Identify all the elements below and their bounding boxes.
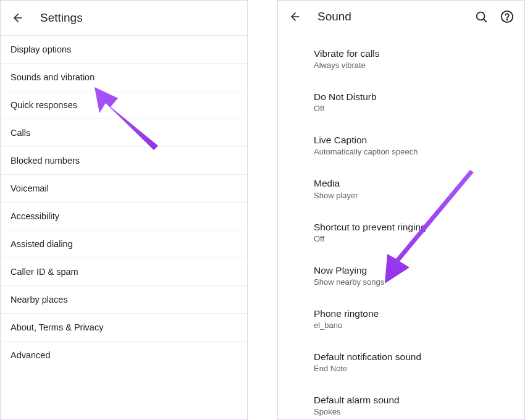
list-item-assisted-dialing[interactable]: Assisted dialing bbox=[1, 230, 247, 258]
list-item-label: Sounds and vibration bbox=[10, 72, 237, 82]
sound-item-subtitle: Automatically caption speech bbox=[314, 147, 514, 156]
sound-item-subtitle: Off bbox=[314, 234, 514, 243]
list-item-label: Assisted dialing bbox=[10, 239, 237, 249]
sound-item-subtitle: Off bbox=[314, 104, 514, 113]
page-title: Sound bbox=[317, 10, 351, 23]
list-item-label: Calls bbox=[10, 128, 237, 138]
sound-item-title: Do Not Disturb bbox=[314, 91, 514, 103]
sound-item-subtitle: End Note bbox=[314, 364, 514, 373]
sound-item-default-alarm[interactable]: Default alarm sound Spokes bbox=[278, 388, 524, 420]
sound-header: Sound bbox=[278, 1, 524, 33]
sound-item-subtitle: el_bano bbox=[314, 321, 514, 330]
sound-list: Vibrate for calls Always vibrate Do Not … bbox=[278, 33, 524, 420]
help-icon bbox=[500, 10, 514, 23]
svg-line-3 bbox=[484, 19, 487, 22]
search-button[interactable] bbox=[474, 9, 489, 24]
sound-item-vibrate-for-calls[interactable]: Vibrate for calls Always vibrate bbox=[278, 41, 524, 76]
list-item-accessibility[interactable]: Accessibility bbox=[1, 203, 247, 230]
sound-item-title: Live Caption bbox=[314, 134, 514, 146]
list-item-calls[interactable]: Calls bbox=[1, 119, 247, 147]
settings-screen: Settings Display options Sounds and vibr… bbox=[0, 0, 248, 420]
list-item-advanced[interactable]: Advanced bbox=[1, 342, 247, 369]
svg-point-5 bbox=[506, 19, 507, 20]
list-item-blocked-numbers[interactable]: Blocked numbers bbox=[1, 147, 247, 175]
list-item-display-options[interactable]: Display options bbox=[1, 36, 247, 64]
sound-item-subtitle: Always vibrate bbox=[314, 61, 514, 70]
header-actions bbox=[474, 9, 514, 24]
list-item-label: Accessibility bbox=[10, 211, 237, 221]
list-item-label: Voicemail bbox=[10, 183, 237, 193]
sound-item-phone-ringtone[interactable]: Phone ringtone el_bano bbox=[278, 301, 524, 336]
arrow-back-icon bbox=[289, 10, 301, 23]
back-button[interactable] bbox=[288, 9, 303, 24]
sound-item-subtitle: Show player bbox=[314, 191, 514, 200]
sound-item-title: Vibrate for calls bbox=[314, 48, 514, 60]
list-item-label: Caller ID & spam bbox=[10, 267, 237, 277]
list-item-about-terms-privacy[interactable]: About, Terms & Privacy bbox=[1, 314, 247, 342]
sound-item-title: Media bbox=[314, 177, 514, 190]
list-item-nearby-places[interactable]: Nearby places bbox=[1, 286, 247, 314]
list-item-label: Quick responses bbox=[10, 100, 237, 110]
list-item-label: Nearby places bbox=[10, 295, 237, 304]
list-item-quick-responses[interactable]: Quick responses bbox=[1, 91, 247, 119]
list-item-caller-id-spam[interactable]: Caller ID & spam bbox=[1, 258, 247, 286]
settings-header: Settings bbox=[1, 1, 247, 35]
sound-item-title: Shortcut to prevent ringing bbox=[314, 221, 514, 233]
sound-screen: Sound Vibrate for calls Always vibrate D… bbox=[277, 0, 525, 420]
sound-item-do-not-disturb[interactable]: Do Not Disturb Off bbox=[278, 85, 524, 119]
list-item-label: Display options bbox=[10, 44, 237, 54]
sound-item-subtitle: Show nearby songs bbox=[314, 277, 514, 287]
list-item-label: Advanced bbox=[10, 350, 237, 360]
help-button[interactable] bbox=[500, 9, 514, 24]
list-item-label: Blocked numbers bbox=[10, 156, 237, 166]
sound-item-shortcut-prevent-ringing[interactable]: Shortcut to prevent ringing Off bbox=[278, 215, 524, 250]
back-button[interactable] bbox=[10, 10, 25, 25]
sound-item-now-playing[interactable]: Now Playing Show nearby songs bbox=[278, 258, 524, 293]
sound-item-title: Phone ringtone bbox=[314, 308, 514, 320]
settings-list: Display options Sounds and vibration Qui… bbox=[1, 36, 247, 419]
list-item-label: About, Terms & Privacy bbox=[10, 322, 237, 332]
sound-item-title: Default alarm sound bbox=[314, 394, 514, 406]
sound-item-media[interactable]: Media Show player bbox=[278, 171, 524, 206]
sound-item-default-notification[interactable]: Default notification sound End Note bbox=[278, 345, 524, 379]
list-item-voicemail[interactable]: Voicemail bbox=[1, 175, 247, 203]
sound-item-title: Now Playing bbox=[314, 264, 514, 277]
page-title: Settings bbox=[40, 11, 83, 25]
sound-item-subtitle: Spokes bbox=[314, 407, 514, 416]
sound-item-live-caption[interactable]: Live Caption Automatically caption speec… bbox=[278, 128, 524, 162]
sound-item-title: Default notification sound bbox=[314, 351, 514, 363]
arrow-back-icon bbox=[12, 12, 24, 24]
list-item-sounds-and-vibration[interactable]: Sounds and vibration bbox=[1, 64, 247, 91]
search-icon bbox=[474, 10, 488, 23]
